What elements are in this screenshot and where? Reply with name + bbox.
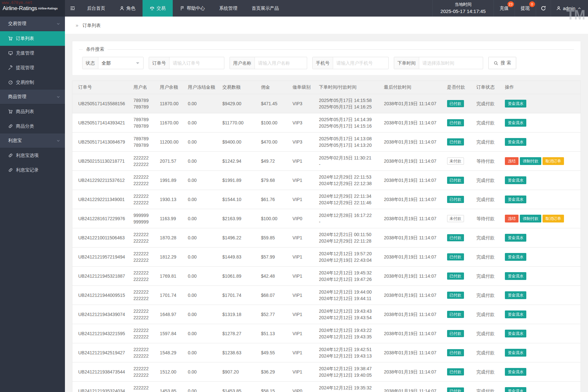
fund-flow-button[interactable]: 资金流水 [505, 310, 526, 318]
order-status: 等待付款 [474, 151, 502, 171]
local-time-label: 当地时间 [455, 2, 471, 8]
screen-icon [8, 51, 13, 56]
sidebar-item-1-1[interactable]: 商品分类 [0, 119, 65, 133]
nav-item-0[interactable]: 后台首页 [80, 0, 112, 17]
order-no: UB2505171413084679 [72, 132, 131, 151]
frozen-amount: 0.00 [185, 324, 219, 343]
nav-item-5[interactable]: 首页展示产品 [244, 0, 286, 17]
fund-flow-button[interactable]: 资金流水 [505, 100, 526, 107]
sidebar-item-0-3[interactable]: 交易控制 [0, 75, 65, 90]
table-row: UB250517141439342178978978978911670.000.… [72, 113, 581, 132]
sidebar-item-2-1[interactable]: 利息宝记录 [0, 163, 65, 177]
force-pay-button[interactable]: 强制付款 [520, 157, 541, 165]
sidebar: 交易管理订单列表充值管理提现管理交易控制商品管理商品列表商品分类利息宝利息宝选项… [0, 17, 65, 392]
fund-flow-button[interactable]: 资金流水 [505, 368, 526, 376]
nav-item-2[interactable]: 交易 [143, 0, 173, 17]
phone-input[interactable] [333, 57, 388, 69]
cart-icon [8, 109, 13, 114]
table-row: UB24121219384735442222222222221512.000.0… [72, 362, 581, 381]
sidebar-group-1[interactable]: 商品管理 [0, 90, 65, 104]
commission: $471.45 [258, 94, 290, 113]
fund-flow-button[interactable]: 资金流水 [505, 272, 526, 280]
cancel-order-button[interactable]: 取消订单 [543, 215, 564, 222]
sidebar-item-1-0[interactable]: 商品列表 [0, 104, 65, 119]
vip-level: VIP0 [290, 209, 316, 228]
fund-flow-button[interactable]: 资金流水 [505, 234, 526, 242]
user-balance: 1548.29 [157, 343, 185, 362]
order-status: 等待付款 [474, 209, 502, 228]
last-pay-time: 2038年01月19日 11:14:07 [381, 247, 444, 266]
order-pay-time: 2024年12月29日 22:11:342024年12月29日 22:11:46 [316, 190, 381, 209]
user-balance: 1512.00 [157, 362, 185, 381]
force-pay-button[interactable]: 强制付款 [520, 215, 541, 222]
page-title: 订单列表 [82, 23, 101, 28]
paid-status: 已付款 [444, 362, 474, 381]
actions-cell: 资金流水 [502, 190, 581, 209]
sidebar-group-2[interactable]: 利息宝 [0, 133, 65, 148]
order-no-input[interactable] [169, 57, 224, 69]
sidebar-item-0-1[interactable]: 充值管理 [0, 46, 65, 60]
column-header: 下单时间/付款时间 [316, 81, 381, 94]
fund-flow-button[interactable]: 资金流水 [505, 349, 526, 357]
sidebar-item-2-0[interactable]: 利息宝选项 [0, 148, 65, 163]
trade-amount: $1278.27 [220, 324, 258, 343]
order-pay-time: 2024年12月29日 22:11:532024年12月29日 22:12:38 [316, 171, 381, 190]
order-time-input[interactable] [419, 57, 483, 69]
username-cell: 222222222222 [131, 151, 157, 171]
order-no-label: 订单号 [149, 57, 169, 69]
fund-flow-button[interactable]: 资金流水 [505, 196, 526, 203]
frozen-amount: 0.00 [185, 247, 219, 266]
search-button[interactable]: 搜 索 [488, 57, 516, 69]
gauge-icon [8, 80, 13, 85]
order-no: UB2502151130218771 [72, 151, 131, 171]
freeze-button[interactable]: 冻结 [505, 215, 519, 222]
fund-flow-button[interactable]: 资金流水 [505, 119, 526, 127]
paid-status: 已付款 [444, 94, 474, 113]
freeze-button[interactable]: 冻结 [505, 157, 519, 165]
nav-item-1[interactable]: 角色 [112, 0, 143, 17]
trade-amount: $2163.99 [220, 209, 258, 228]
order-time-label: 下单时间 [394, 57, 419, 69]
trade-amount: $1449.83 [220, 247, 258, 266]
table-row: UB250517141308467978978978978911200.000.… [72, 132, 581, 151]
commission: $61.76 [258, 190, 290, 209]
frozen-amount: 0.00 [185, 94, 219, 113]
order-pay-time: 2025年05月17日 14:14:392025年05月17日 14:15:16 [316, 113, 381, 132]
fund-flow-button[interactable]: 资金流水 [505, 176, 526, 184]
table-row: UB24121219353240342222222222221453.850.0… [72, 381, 581, 392]
fund-flow-button[interactable]: 资金流水 [505, 330, 526, 337]
refresh-button[interactable] [536, 0, 551, 17]
status-select[interactable]: 全部 [98, 57, 143, 69]
fund-flow-button[interactable]: 资金流水 [505, 253, 526, 261]
paid-status: 已付款 [444, 305, 474, 324]
user-balance: 1870.28 [157, 228, 185, 247]
frozen-amount: 0.00 [185, 381, 219, 392]
withdraw-link[interactable]: 提现 0 [515, 0, 536, 17]
link-icon [8, 124, 13, 129]
actions-cell: 资金流水 [502, 285, 581, 305]
vip-level: VIP1 [290, 247, 316, 266]
paid-status: 已付款 [444, 113, 474, 132]
sidebar-item-0-2[interactable]: 提现管理 [0, 60, 65, 75]
username-cell: 222222222222 [131, 190, 157, 209]
order-pay-time: 2024年12月12日 19:38:472024年12月12日 19:40:05 [316, 362, 381, 381]
recharge-link[interactable]: 充值 23 [494, 0, 515, 17]
sidebar-toggle-button[interactable] [65, 0, 80, 17]
cancel-order-button[interactable]: 取消订单 [543, 157, 564, 165]
table-row: UB24121219572194942222222222221812.290.0… [72, 247, 581, 266]
nav-item-4[interactable]: 系统管理 [212, 0, 244, 17]
nav-item-3[interactable]: 帮助中心 [173, 0, 212, 17]
fund-flow-button[interactable]: 资金流水 [505, 291, 526, 299]
last-pay-time: 2038年01月19日 11:14:07 [381, 209, 444, 228]
frozen-amount: 0.00 [185, 132, 219, 151]
actions-cell: 资金流水 [502, 94, 581, 113]
sidebar-item-0-0[interactable]: 订单列表 [0, 31, 65, 46]
fund-flow-button[interactable]: 资金流水 [505, 138, 526, 146]
vip-level: VIP1 [290, 171, 316, 190]
fund-flow-button[interactable]: 资金流水 [505, 387, 526, 392]
username-input[interactable] [255, 57, 307, 69]
status-label: 状态 [82, 57, 98, 69]
sidebar-group-0[interactable]: 交易管理 [0, 17, 65, 31]
paid-status: 已付款 [444, 190, 474, 209]
user-balance: 1930.13 [157, 190, 185, 209]
